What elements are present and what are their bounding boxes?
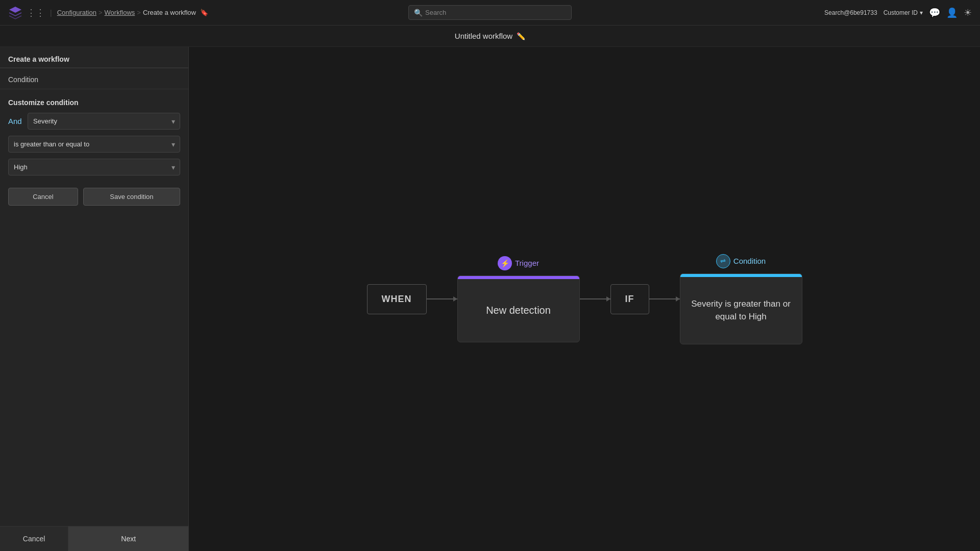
value-select-wrapper: High [8,159,180,176]
condition-section-title: Condition [0,68,188,89]
when-box: WHEN [367,284,427,314]
connector-if-condition [649,298,680,299]
trigger-card-column: ⚡ Trigger New detection [457,256,580,342]
left-panel: Create a workflow Condition Customize co… [0,47,189,551]
app-menu-dots[interactable]: ⋮⋮ [27,7,45,18]
app-logo[interactable] [8,6,22,20]
connector-trigger-if [580,298,610,299]
user-icon[interactable]: 👤 [946,7,958,18]
field-select-wrapper: Severity [28,113,180,130]
condition-content: Severity is greater than or equal to Hig… [691,287,792,334]
trigger-label: Trigger [515,259,539,267]
footer-next-button[interactable]: Next [68,527,188,551]
left-panel-footer: Cancel Next [0,526,188,551]
left-panel-spacer [0,208,188,526]
if-box: IF [610,284,649,314]
trigger-header-label: ⚡ Trigger [498,256,539,270]
trigger-card[interactable]: New detection [457,276,580,342]
condition-label: Condition [733,257,766,265]
operator-select-wrapper: is greater than or equal to [8,136,180,153]
messages-icon[interactable]: 💬 [929,7,940,18]
footer-cancel-button[interactable]: Cancel [0,527,68,551]
search-placeholder: Search [425,9,446,16]
settings-icon[interactable]: ☀ [964,7,972,18]
trigger-content: New detection [468,289,569,332]
field-selector-row: And Severity [0,113,188,130]
value-select[interactable]: High [8,159,180,176]
trigger-icon: ⚡ [498,256,512,270]
cancel-condition-button[interactable]: Cancel [8,188,78,206]
bookmark-icon[interactable]: 🔖 [200,9,208,16]
and-label: And [8,117,22,126]
search-icon: 🔍 [414,9,423,17]
condition-icon: ⇌ [716,254,730,268]
workflow-diagram: WHEN ⚡ Trigger New detection [367,254,802,344]
operator-select[interactable]: is greater than or equal to [8,136,180,153]
condition-card[interactable]: Severity is greater than or equal to Hig… [680,273,802,344]
breadcrumb-configuration[interactable]: Configuration [57,9,96,16]
topnav-center: 🔍 Search [408,5,572,20]
breadcrumb-sep-1: > [99,9,103,16]
topnav-user: Search@6be91733 [824,9,877,16]
condition-card-body: Severity is greater than or equal to Hig… [680,277,802,344]
field-select[interactable]: Severity [28,113,180,130]
value-row: High [0,159,188,176]
customize-condition-title: Customize condition [0,95,188,113]
chevron-down-icon: ▾ [920,9,923,16]
breadcrumb-current: Create a workflow [143,9,196,16]
action-buttons-row: Cancel Save condition [0,186,188,208]
customer-label: Customer ID [884,9,918,16]
condition-header-label: ⇌ Condition [716,254,766,268]
search-box[interactable]: 🔍 Search [408,5,572,20]
condition-card-column: ⇌ Condition Severity is greater than or … [680,254,802,344]
connector-when-trigger [427,298,457,299]
left-panel-header: Create a workflow [0,47,188,68]
topnav-right: Search@6be91733 Customer ID ▾ 💬 👤 ☀ [824,7,972,18]
edit-title-icon[interactable]: ✏️ [517,32,525,40]
breadcrumb-sep-2: > [137,9,141,16]
workflow-title-bar: Untitled workflow ✏️ [0,26,980,47]
breadcrumb: Configuration > Workflows > Create a wor… [57,9,208,16]
workflow-title: Untitled workflow [455,32,512,40]
breadcrumb-workflows[interactable]: Workflows [105,9,135,16]
main-layout: Create a workflow Condition Customize co… [0,47,980,551]
top-navigation: ⋮⋮ | Configuration > Workflows > Create … [0,0,980,26]
save-condition-button[interactable]: Save condition [83,188,180,206]
workflow-canvas: WHEN ⚡ Trigger New detection [189,47,980,551]
operator-row: is greater than or equal to [0,136,188,153]
topnav-customer-selector[interactable]: Customer ID ▾ [884,9,923,16]
trigger-card-body: New detection [458,279,579,342]
